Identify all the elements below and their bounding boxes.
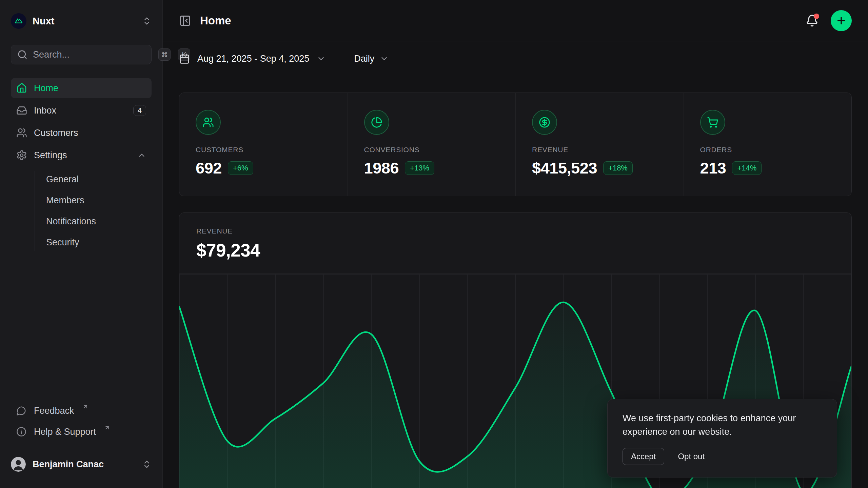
chevron-down-icon: [317, 54, 326, 63]
chat-bubble-icon: [16, 406, 26, 416]
topbar: Home: [163, 0, 868, 41]
revenue-chart-label: REVENUE: [196, 227, 834, 235]
stat-value: $415,523: [532, 159, 597, 177]
stat-delta-badge: +6%: [228, 161, 253, 175]
search-input-wrap[interactable]: ⌘ K: [11, 45, 152, 64]
stat-value: 213: [700, 159, 726, 177]
sidebar-item-security[interactable]: Security: [11, 232, 152, 253]
date-range-picker[interactable]: Aug 21, 2025 - Sep 4, 2025: [179, 53, 326, 64]
search-icon: [17, 49, 27, 60]
inbox-icon: [16, 105, 27, 116]
notification-dot: [814, 14, 819, 19]
sidebar-item-label: Settings: [34, 150, 131, 161]
workspace-name: Nuxt: [33, 16, 136, 27]
sidebar-item-notifications[interactable]: Notifications: [11, 211, 152, 232]
settings-subnav: General Members Notifications Security: [11, 169, 152, 253]
stat-delta-badge: +14%: [732, 161, 762, 175]
plus-icon: [836, 15, 847, 26]
pie-chart-icon: [364, 110, 389, 135]
sidebar-footer: Feedback Help & Support Benjamin Canac: [11, 400, 152, 488]
sidebar-nav: Home Inbox 4 Customers Settings Genera: [11, 78, 152, 253]
external-link-icon: [82, 404, 88, 410]
sidebar-item-home[interactable]: Home: [11, 78, 152, 98]
avatar: [11, 457, 26, 472]
granularity-select[interactable]: Daily: [354, 54, 389, 64]
granularity-value: Daily: [354, 54, 374, 64]
dollar-circle-icon: [532, 110, 557, 135]
chevron-up-icon: [137, 151, 146, 160]
sidebar: Nuxt ⌘ K Home Inbox 4: [0, 0, 163, 488]
stat-value: 692: [196, 159, 222, 177]
cookie-message: We use first-party cookies to enhance yo…: [623, 411, 822, 439]
calendar-icon: [179, 53, 190, 64]
help-support-label: Help & Support: [34, 427, 96, 437]
sidebar-item-customers[interactable]: Customers: [11, 123, 152, 143]
sidebar-item-label: Customers: [34, 128, 146, 138]
user-section: Benjamin Canac: [0, 447, 162, 482]
users-icon: [16, 127, 27, 138]
user-menu[interactable]: Benjamin Canac: [11, 453, 152, 475]
stat-revenue[interactable]: REVENUE $415,523 +18%: [515, 93, 684, 196]
users-icon: [196, 110, 221, 135]
external-link-icon: [104, 425, 110, 431]
collapse-sidebar-icon[interactable]: [179, 15, 191, 27]
inbox-count-badge: 4: [133, 105, 146, 116]
stat-customers[interactable]: CUSTOMERS 692 +6%: [179, 93, 348, 196]
sidebar-item-label: Inbox: [34, 105, 126, 116]
stats-row: CUSTOMERS 692 +6% CONVERSIONS 1986 +13%: [179, 93, 852, 196]
accept-cookies-button[interactable]: Accept: [623, 448, 664, 465]
stat-label: ORDERS: [700, 146, 835, 154]
info-icon: [16, 427, 26, 437]
sidebar-item-members[interactable]: Members: [11, 190, 152, 211]
filter-toolbar: Aug 21, 2025 - Sep 4, 2025 Daily: [163, 41, 868, 76]
stat-delta-badge: +18%: [603, 161, 633, 175]
stat-value: 1986: [364, 159, 399, 177]
shopping-cart-icon: [700, 110, 725, 135]
search-input[interactable]: [33, 49, 153, 60]
workspace-switcher[interactable]: Nuxt: [11, 12, 152, 30]
notifications-button[interactable]: [806, 14, 818, 27]
stat-delta-badge: +13%: [405, 161, 434, 175]
sidebar-item-label: Home: [34, 83, 146, 94]
page-title: Home: [200, 14, 231, 27]
sidebar-item-settings[interactable]: Settings: [11, 145, 152, 165]
add-button[interactable]: [831, 10, 852, 31]
chevrons-up-down-icon: [142, 16, 152, 26]
stat-label: REVENUE: [532, 146, 667, 154]
stat-orders[interactable]: ORDERS 213 +14%: [684, 93, 852, 196]
sidebar-item-general[interactable]: General: [11, 169, 152, 190]
feedback-label: Feedback: [34, 406, 74, 416]
chevron-down-icon: [380, 54, 389, 63]
optout-cookies-button[interactable]: Opt out: [678, 452, 705, 461]
gear-icon: [16, 150, 27, 161]
help-support-link[interactable]: Help & Support: [11, 421, 152, 442]
home-icon: [16, 83, 27, 94]
date-range-value: Aug 21, 2025 - Sep 4, 2025: [197, 54, 309, 64]
cookie-banner: We use first-party cookies to enhance yo…: [607, 399, 837, 477]
chevrons-up-down-icon: [142, 460, 152, 469]
stat-label: CONVERSIONS: [364, 146, 499, 154]
user-name: Benjamin Canac: [33, 459, 135, 470]
feedback-link[interactable]: Feedback: [11, 400, 152, 421]
revenue-chart-value: $79,234: [196, 240, 834, 261]
stat-label: CUSTOMERS: [196, 146, 331, 154]
sidebar-item-inbox[interactable]: Inbox 4: [11, 100, 152, 121]
nuxt-logo-icon: [11, 13, 26, 29]
stat-conversions[interactable]: CONVERSIONS 1986 +13%: [348, 93, 516, 196]
